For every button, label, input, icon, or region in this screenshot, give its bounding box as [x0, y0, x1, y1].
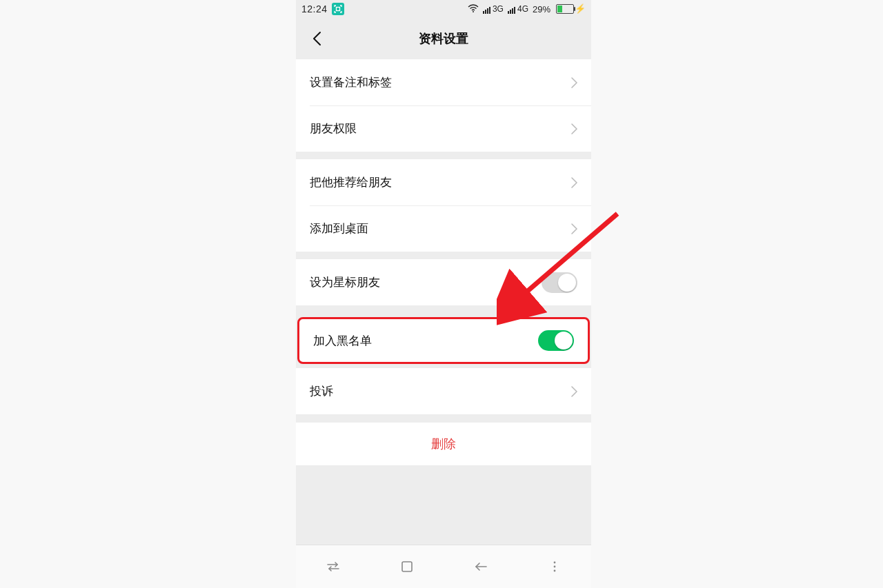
- nav-recent-button[interactable]: [312, 553, 354, 580]
- svg-rect-2: [402, 562, 412, 571]
- chevron-right-icon: [571, 223, 577, 234]
- nav-home-button[interactable]: [386, 553, 428, 580]
- nav-back-button[interactable]: [460, 553, 502, 580]
- row-label: 添加到桌面: [310, 221, 571, 236]
- chevron-right-icon: [571, 123, 577, 134]
- svg-rect-0: [336, 8, 339, 11]
- signal-4g-icon: 4G: [508, 4, 528, 14]
- settings-group-1: 设置备注和标签 朋友权限: [296, 59, 591, 152]
- svg-point-1: [473, 11, 474, 12]
- svg-point-4: [553, 566, 555, 568]
- row-remark-tag[interactable]: 设置备注和标签: [296, 59, 591, 105]
- status-bar: 12:24 3G 4G 29% ⚡: [296, 0, 591, 18]
- svg-point-5: [553, 570, 555, 572]
- chevron-right-icon: [571, 77, 577, 88]
- battery-percent: 29%: [533, 4, 550, 14]
- chevron-left-icon: [312, 31, 321, 46]
- row-label: 把他推荐给朋友: [310, 174, 571, 190]
- row-label: 投诉: [310, 383, 571, 399]
- row-label: 设置备注和标签: [310, 74, 571, 90]
- row-add-desktop[interactable]: 添加到桌面: [296, 205, 591, 252]
- square-icon: [400, 560, 414, 574]
- status-time: 12:24: [299, 3, 328, 14]
- row-recommend[interactable]: 把他推荐给朋友: [296, 159, 591, 205]
- nav-menu-button[interactable]: [534, 553, 575, 580]
- row-label: 朋友权限: [310, 121, 571, 136]
- chevron-right-icon: [571, 177, 577, 188]
- header-bar: 资料设置: [296, 18, 591, 59]
- delete-button[interactable]: 删除: [296, 423, 591, 465]
- wifi-icon: [468, 4, 479, 14]
- settings-group-2: 把他推荐给朋友 添加到桌面: [296, 159, 591, 252]
- row-label: 设为星标朋友: [310, 274, 542, 290]
- system-nav-bar: [296, 545, 591, 588]
- svg-point-3: [553, 562, 555, 564]
- row-blacklist[interactable]: 加入黑名单: [299, 319, 588, 362]
- dots-vertical-icon: [553, 560, 557, 573]
- row-complaint[interactable]: 投诉: [296, 368, 591, 414]
- chevron-right-icon: [571, 386, 577, 397]
- swap-arrows-icon: [325, 560, 341, 573]
- settings-group-4: 投诉: [296, 368, 591, 414]
- page-title: 资料设置: [296, 30, 591, 47]
- battery-icon: ⚡: [555, 4, 586, 14]
- arrow-left-icon: [473, 560, 488, 573]
- highlight-box: 加入黑名单: [297, 317, 590, 364]
- scan-icon: [332, 3, 344, 15]
- row-star-friend[interactable]: 设为星标朋友: [296, 259, 591, 305]
- charging-bolt-icon: ⚡: [575, 3, 586, 14]
- delete-label: 删除: [431, 436, 456, 452]
- toggle-star-friend[interactable]: [542, 272, 577, 293]
- back-button[interactable]: [303, 18, 330, 59]
- phone-frame: 12:24 3G 4G 29% ⚡: [296, 0, 591, 588]
- row-friend-perm[interactable]: 朋友权限: [296, 105, 591, 152]
- signal-3g-icon: 3G: [483, 4, 504, 14]
- toggle-blacklist[interactable]: [538, 330, 574, 351]
- row-label: 加入黑名单: [313, 333, 538, 349]
- settings-group-3: 设为星标朋友: [296, 259, 591, 305]
